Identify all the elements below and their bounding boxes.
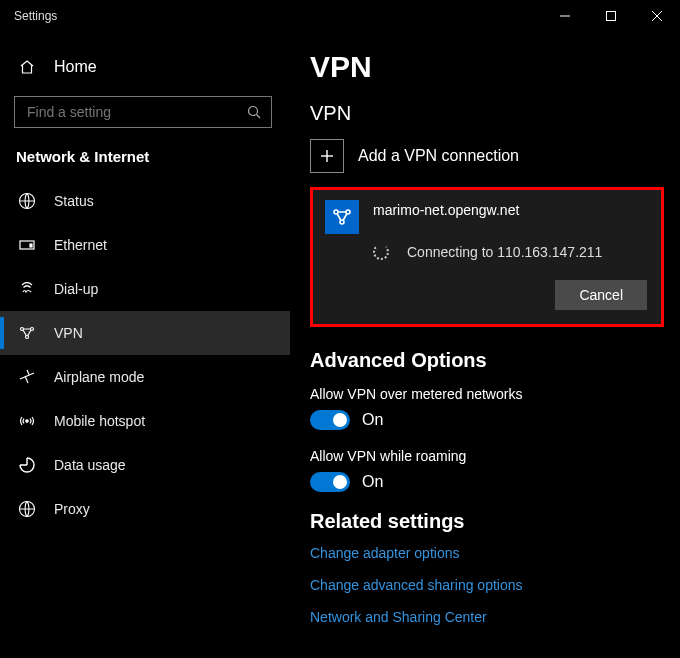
advanced-options-heading: Advanced Options <box>310 349 664 372</box>
search-box[interactable] <box>14 96 272 128</box>
svg-rect-1 <box>607 12 616 21</box>
page-title: VPN <box>310 50 664 84</box>
roaming-state: On <box>362 473 383 491</box>
sidebar-item-label: VPN <box>54 325 83 341</box>
search-icon <box>245 103 263 121</box>
metered-toggle[interactable] <box>310 410 350 430</box>
datausage-icon <box>18 456 36 474</box>
add-vpn-label: Add a VPN connection <box>358 147 519 165</box>
vpn-status-text: Connecting to 110.163.147.211 <box>407 244 602 260</box>
vpn-connection-card[interactable]: marimo-net.opengw.net Connecting to 110.… <box>310 187 664 327</box>
search-input[interactable] <box>25 103 245 121</box>
vpn-connection-name: marimo-net.opengw.net <box>373 200 519 234</box>
sidebar-item-datausage[interactable]: Data usage <box>0 443 290 487</box>
sidebar-item-ethernet[interactable]: Ethernet <box>0 223 290 267</box>
sidebar-item-label: Dial-up <box>54 281 98 297</box>
hotspot-icon <box>18 412 36 430</box>
sidebar-item-label: Ethernet <box>54 237 107 253</box>
spinner-icon <box>373 244 389 260</box>
cancel-button[interactable]: Cancel <box>555 280 647 310</box>
metered-label: Allow VPN over metered networks <box>310 386 664 402</box>
related-settings-heading: Related settings <box>310 510 664 533</box>
sidebar-item-label: Mobile hotspot <box>54 413 145 429</box>
vpn-connection-icon <box>325 200 359 234</box>
home-button[interactable]: Home <box>0 46 290 88</box>
sidebar: Home Network & Internet Status <box>0 32 290 658</box>
home-label: Home <box>54 58 97 76</box>
svg-line-5 <box>257 115 261 119</box>
section-header: Network & Internet <box>0 142 290 179</box>
link-sharing-options[interactable]: Change advanced sharing options <box>310 577 664 593</box>
roaming-label: Allow VPN while roaming <box>310 448 664 464</box>
sidebar-item-label: Data usage <box>54 457 126 473</box>
sidebar-item-vpn[interactable]: VPN <box>0 311 290 355</box>
sidebar-item-hotspot[interactable]: Mobile hotspot <box>0 399 290 443</box>
airplane-icon <box>18 368 36 386</box>
plus-icon <box>310 139 344 173</box>
svg-point-4 <box>249 107 258 116</box>
sidebar-item-label: Status <box>54 193 94 209</box>
metered-state: On <box>362 411 383 429</box>
minimize-button[interactable] <box>542 0 588 32</box>
sidebar-item-label: Airplane mode <box>54 369 144 385</box>
ethernet-icon <box>18 236 36 254</box>
sidebar-item-status[interactable]: Status <box>0 179 290 223</box>
roaming-toggle[interactable] <box>310 472 350 492</box>
home-icon <box>18 58 36 76</box>
vpn-icon <box>18 324 36 342</box>
status-icon <box>18 192 36 210</box>
close-button[interactable] <box>634 0 680 32</box>
titlebar: Settings <box>0 0 680 32</box>
svg-rect-8 <box>30 244 32 247</box>
sidebar-item-proxy[interactable]: Proxy <box>0 487 290 531</box>
proxy-icon <box>18 500 36 518</box>
link-network-center[interactable]: Network and Sharing Center <box>310 609 664 625</box>
sidebar-item-dialup[interactable]: Dial-up <box>0 267 290 311</box>
sidebar-item-label: Proxy <box>54 501 90 517</box>
add-vpn-button[interactable]: Add a VPN connection <box>310 139 664 173</box>
dialup-icon <box>18 280 36 298</box>
link-adapter-options[interactable]: Change adapter options <box>310 545 664 561</box>
maximize-button[interactable] <box>588 0 634 32</box>
vpn-section-heading: VPN <box>310 102 664 125</box>
svg-point-12 <box>26 420 28 422</box>
window-title: Settings <box>14 9 57 23</box>
sidebar-item-airplane[interactable]: Airplane mode <box>0 355 290 399</box>
main-content: VPN VPN Add a VPN connection marimo-net.… <box>290 32 680 658</box>
